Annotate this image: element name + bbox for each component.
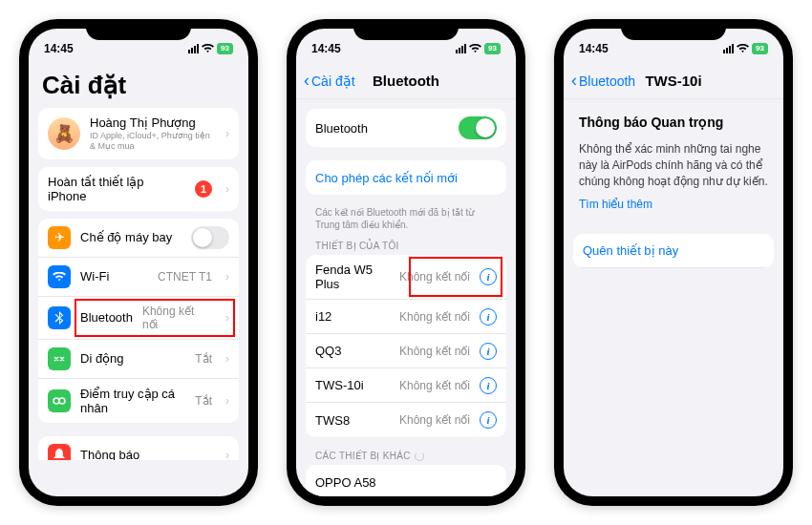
my-devices-group: Fenda W5 Plus Không kết nối i i12 Không …	[306, 255, 506, 437]
wifi-icon	[737, 44, 749, 53]
airplane-icon: ✈	[48, 226, 71, 249]
device-detail-content[interactable]: Thông báo Quan trọng Không thể xác minh …	[564, 99, 783, 496]
device-row[interactable]: OPPO A58	[306, 465, 506, 496]
device-status: Không kết nối	[399, 413, 470, 427]
device-row[interactable]: i12 Không kết nối i	[306, 300, 506, 334]
chevron-right-icon: ›	[225, 127, 229, 140]
bluetooth-row[interactable]: Bluetooth Không kết nối ›	[38, 297, 239, 340]
cellular-icon	[48, 347, 71, 370]
chevron-right-icon: ›	[225, 270, 229, 284]
airplane-toggle[interactable]	[191, 226, 229, 249]
nav-title: TWS-10i	[645, 73, 701, 89]
notifications-label: Thông báo	[80, 448, 212, 460]
device-status: Không kết nối	[399, 379, 470, 392]
status-time: 14:45	[44, 42, 74, 55]
allow-new-row[interactable]: Cho phép các kết nối mới	[306, 160, 506, 195]
wifi-icon	[469, 44, 481, 53]
learn-more-link[interactable]: Tìm hiểu thêm	[579, 198, 652, 211]
forget-device-row[interactable]: Quên thiết bị này	[573, 234, 774, 268]
battery-icon: 93	[752, 43, 768, 54]
bluetooth-icon	[48, 306, 71, 329]
profile-name: Hoàng Thị Phượng	[90, 116, 212, 130]
airplane-row[interactable]: ✈ Chế độ máy bay	[38, 219, 239, 258]
other-devices-header: CÁC THIẾT BỊ KHÁC	[296, 445, 516, 463]
bt-toggle-group: Bluetooth	[306, 109, 506, 147]
other-header-text: CÁC THIẾT BỊ KHÁC	[315, 451, 411, 461]
notifications-icon	[48, 444, 71, 460]
other-devices-group: OPPO A58	[306, 465, 506, 496]
status-time: 14:45	[311, 42, 341, 55]
wifi-icon	[202, 44, 214, 53]
chevron-right-icon: ›	[225, 352, 229, 366]
notch	[621, 19, 726, 40]
settings-content[interactable]: Cài đặt 🧸 Hoàng Thị Phượng ID Apple, iCl…	[29, 63, 248, 460]
device-row[interactable]: TWS-10i Không kết nối i	[306, 368, 506, 403]
svg-point-1	[59, 398, 65, 404]
forget-group: Quên thiết bị này	[573, 234, 774, 268]
cellular-row[interactable]: Di động Tắt ›	[38, 340, 239, 379]
status-right: 93	[723, 43, 768, 54]
allow-new-label: Cho phép các kết nối mới	[315, 171, 497, 185]
cellular-signal-icon	[723, 44, 734, 53]
phone-device-detail: 14:45 93 ‹ Bluetooth TWS-10i Thông báo Q…	[554, 19, 793, 506]
spinner-icon	[415, 452, 424, 461]
apple-id-row[interactable]: 🧸 Hoàng Thị Phượng ID Apple, iCloud+, Ph…	[38, 108, 239, 159]
cellular-signal-icon	[456, 44, 466, 53]
status-right: 93	[188, 43, 233, 54]
bluetooth-toggle-row[interactable]: Bluetooth	[306, 109, 506, 147]
page-title: Cài đặt	[29, 63, 248, 106]
notice-heading: Thông báo Quan trọng	[564, 99, 783, 130]
device-row[interactable]: QQ3 Không kết nối i	[306, 334, 506, 368]
hotspot-icon	[48, 389, 71, 412]
device-name: QQ3	[315, 344, 390, 358]
phone-bluetooth: 14:45 93 ‹ Cài đặt Bluetooth Bluetooth	[287, 19, 525, 506]
chevron-left-icon: ‹	[304, 71, 310, 91]
avatar: 🧸	[48, 117, 80, 150]
hotspot-row[interactable]: Điểm truy cập cá nhân Tắt ›	[38, 379, 239, 423]
hotspot-value: Tắt	[195, 394, 212, 408]
general-group: Thông báo › Âm thanh & Cảm ứng › Tập tru…	[38, 436, 239, 460]
svg-point-0	[53, 398, 59, 404]
screen: 14:45 93 Cài đặt 🧸 Hoàng Thị Phượng ID A…	[29, 29, 248, 496]
forget-label: Quên thiết bị này	[583, 243, 764, 258]
notch	[86, 19, 191, 40]
back-button[interactable]: ‹ Bluetooth	[571, 71, 635, 91]
chevron-left-icon: ‹	[571, 71, 577, 91]
allow-new-group: Cho phép các kết nối mới	[306, 160, 506, 195]
device-name: i12	[315, 309, 390, 324]
back-label: Bluetooth	[579, 74, 635, 89]
info-icon[interactable]: i	[480, 411, 497, 429]
bluetooth-content[interactable]: Bluetooth Cho phép các kết nối mới Các k…	[296, 99, 516, 496]
device-status: Không kết nối	[399, 345, 470, 358]
wifi-value: CTNET T1	[158, 270, 212, 284]
info-icon[interactable]: i	[480, 343, 497, 360]
device-row[interactable]: Fenda W5 Plus Không kết nối i	[306, 255, 506, 300]
phone-settings: 14:45 93 Cài đặt 🧸 Hoàng Thị Phượng ID A…	[19, 19, 258, 506]
wifi-row[interactable]: Wi-Fi CTNET T1 ›	[38, 258, 239, 297]
nav-bar: ‹ Bluetooth TWS-10i	[564, 63, 783, 99]
info-icon[interactable]: i	[480, 308, 497, 326]
info-icon[interactable]: i	[480, 377, 497, 394]
bluetooth-toggle[interactable]	[459, 116, 497, 139]
info-icon[interactable]: i	[480, 268, 497, 285]
device-name: TWS8	[315, 413, 390, 428]
notifications-row[interactable]: Thông báo ›	[38, 436, 239, 460]
battery-icon: 93	[217, 43, 233, 54]
nav-bar: ‹ Cài đặt Bluetooth	[296, 63, 516, 99]
back-button[interactable]: ‹ Cài đặt	[304, 71, 355, 91]
cellular-label: Di động	[80, 351, 185, 366]
finish-setup-row[interactable]: Hoàn tất thiết lập iPhone 1 ›	[38, 167, 239, 211]
finish-setup-group: Hoàn tất thiết lập iPhone 1 ›	[38, 167, 239, 211]
device-name: Fenda W5 Plus	[315, 262, 390, 291]
cellular-signal-icon	[188, 44, 199, 53]
screen: 14:45 93 ‹ Bluetooth TWS-10i Thông báo Q…	[564, 29, 783, 496]
bt-toggle-label: Bluetooth	[315, 121, 449, 136]
wifi-label: Wi-Fi	[80, 269, 148, 284]
status-time: 14:45	[579, 42, 609, 55]
nav-title: Bluetooth	[373, 73, 439, 89]
bluetooth-label: Bluetooth	[80, 310, 133, 325]
chevron-right-icon: ›	[225, 311, 229, 325]
device-row[interactable]: TWS8 Không kết nối i	[306, 403, 506, 437]
chevron-right-icon: ›	[225, 182, 229, 196]
profile-group: 🧸 Hoàng Thị Phượng ID Apple, iCloud+, Ph…	[38, 108, 239, 159]
